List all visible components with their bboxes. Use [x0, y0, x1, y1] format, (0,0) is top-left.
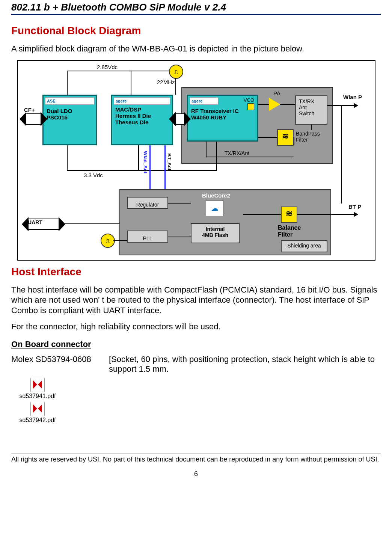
pdf-icon: [30, 402, 45, 416]
oscillator-icon-2: ⎍: [101, 234, 115, 248]
ldo-logo: ASE: [45, 97, 94, 105]
label-bluecore: BlueCore2: [202, 192, 230, 199]
bandpass-filter-icon: [277, 129, 294, 146]
label-txrxant: TX/RX/Ant: [225, 150, 249, 156]
intro-text: A simplified block diagram of the WM-BB-…: [11, 44, 381, 54]
attachment-pdf-1[interactable]: sd537941.pdf: [15, 378, 60, 400]
label-22mhz: 22MHz: [157, 79, 175, 85]
connector-name: Molex SD53794-0608: [11, 354, 109, 374]
label-wlan-act: Wlan_Act: [143, 151, 148, 173]
block-regulator: Regulator: [127, 197, 168, 209]
block-mac-dsp: agere MAC/DSP Hermes II Die Theseus Die: [111, 95, 173, 145]
host-para1: The host interface will be compatible wi…: [11, 285, 381, 316]
block-ant-switch: TX/RX Ant Switch: [295, 95, 327, 125]
label-33v: 3.3 Vdc: [84, 172, 103, 178]
host-para2: For the connector, high reliability conn…: [11, 321, 381, 332]
section-title-host: Host Interface: [11, 266, 381, 278]
label-cfplus: CF+: [24, 107, 35, 113]
block-flash: Internal 4MB Flash: [191, 223, 240, 243]
mac-logo: agere: [114, 97, 170, 105]
label-balance-filter: Balance Filter: [278, 225, 301, 238]
attachment-pdf-2[interactable]: sd537942.pdf: [15, 402, 60, 424]
label-bt-p: BT P: [348, 204, 361, 210]
balance-filter-icon: [281, 207, 297, 223]
csr-logo-icon: ☁: [211, 204, 218, 213]
sub-onboard-connector: On Board connector: [11, 339, 381, 349]
label-wlan-p: Wlan P: [343, 94, 362, 100]
label-bt-act: BT_Act: [167, 153, 172, 170]
connector-desc: [Socket, 60 pins, with positioning prote…: [109, 354, 381, 374]
label-pa: PA: [273, 90, 280, 97]
attachment-label: sd537941.pdf: [20, 393, 56, 400]
doc-title: 802.11 b + Bluetooth COMBO SiP Module v …: [11, 2, 381, 15]
block-diagram: 2.85Vdc ⎍ 22MHz ASE Dual LDO PSC015 ager…: [17, 60, 375, 261]
arrow-mac-rf: [175, 113, 185, 125]
block-rf-transceiver: agere VCO RF Transceiver IC W4050 RUBY: [187, 95, 258, 142]
label-shielding-area: Shielding area: [281, 240, 327, 252]
block-pll: PLL: [127, 231, 168, 243]
pdf-icon: [30, 378, 45, 392]
arrow-cfplus: [26, 113, 41, 125]
label-bandpass: BandPass Filter: [296, 131, 320, 143]
label-285v: 2.85Vdc: [97, 64, 118, 70]
page-number: 6: [11, 470, 381, 478]
section-title-functional: Functional Block Diagram: [11, 25, 381, 37]
label-uart: UART: [28, 219, 42, 225]
attachment-label: sd537942.pdf: [20, 417, 56, 424]
pa-icon: [269, 98, 280, 111]
oscillator-icon: ⎍: [169, 65, 183, 79]
footer-text: All rights are reserved by USI. No part …: [11, 454, 381, 463]
block-dual-ldo: ASE Dual LDO PSC015: [42, 95, 97, 145]
rf-logo: agere: [190, 97, 218, 105]
